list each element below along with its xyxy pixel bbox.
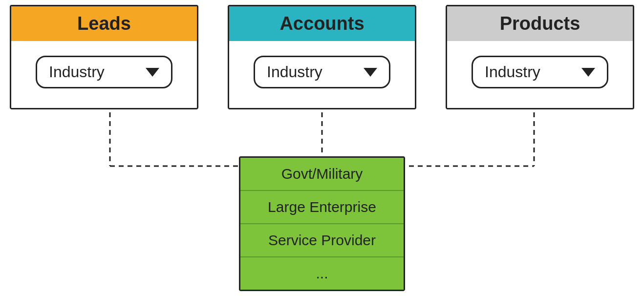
list-item[interactable]: Service Provider	[240, 224, 404, 257]
leads-chevron-down-icon	[146, 68, 159, 77]
products-chevron-down-icon	[581, 68, 595, 77]
top-row: Leads Industry Accounts Industry Product…	[0, 5, 644, 109]
list-item[interactable]: Govt/Military	[240, 158, 404, 191]
leads-header: Leads	[11, 6, 197, 41]
dropdown-options: Govt/Military Large Enterprise Service P…	[239, 156, 405, 291]
accounts-industry-label: Industry	[267, 63, 322, 81]
leads-box: Leads Industry	[10, 5, 198, 109]
leads-body: Industry	[11, 41, 197, 108]
accounts-header: Accounts	[229, 6, 415, 41]
leads-industry-label: Industry	[49, 63, 105, 81]
list-item[interactable]: ...	[240, 257, 404, 290]
industry-dropdown-list: Govt/Military Large Enterprise Service P…	[239, 156, 405, 291]
products-industry-label: Industry	[485, 63, 540, 81]
products-box: Products Industry	[446, 5, 634, 109]
accounts-body: Industry	[229, 41, 415, 108]
list-item[interactable]: Large Enterprise	[240, 191, 404, 224]
accounts-industry-dropdown[interactable]: Industry	[254, 56, 390, 88]
accounts-box: Accounts Industry	[228, 5, 416, 109]
products-header: Products	[447, 6, 633, 41]
leads-industry-dropdown[interactable]: Industry	[36, 56, 172, 88]
main-container: Leads Industry Accounts Industry Product…	[0, 0, 644, 296]
products-body: Industry	[447, 41, 633, 108]
accounts-chevron-down-icon	[364, 68, 377, 77]
products-industry-dropdown[interactable]: Industry	[472, 56, 608, 88]
